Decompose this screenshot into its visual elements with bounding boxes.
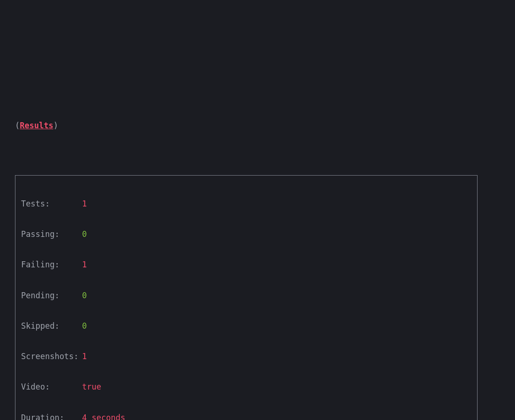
results-passing: Passing: 0 — [21, 229, 471, 240]
terminal-output: (Results) Tests: 1 Passing: 0 Failing: 1… — [0, 41, 515, 420]
results-box: Tests: 1 Passing: 0 Failing: 1 Pending: … — [15, 175, 478, 420]
results-tests: Tests: 1 — [21, 199, 471, 209]
results-skipped: Skipped: 0 — [21, 321, 471, 332]
results-failing: Failing: 1 — [21, 260, 471, 270]
results-header: (Results) — [0, 121, 515, 131]
results-pending: Pending: 0 — [21, 291, 471, 301]
results-video: Video: true — [21, 382, 471, 392]
results-screenshots: Screenshots: 1 — [21, 352, 471, 362]
results-duration: Duration: 4 seconds — [21, 413, 471, 420]
